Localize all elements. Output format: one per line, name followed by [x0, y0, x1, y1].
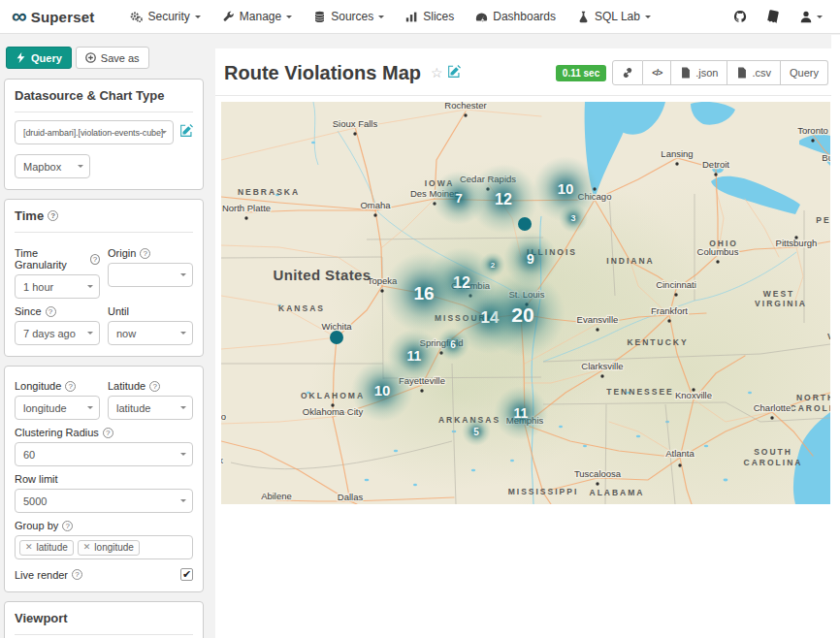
state-label: NORTH	[796, 393, 830, 402]
city-label: Oklahoma City	[303, 406, 364, 417]
query-button[interactable]: Query	[6, 47, 72, 69]
city-dot	[331, 403, 334, 406]
map-cluster[interactable]: 16	[383, 252, 465, 334]
city-dot	[464, 113, 467, 116]
chevron-down-icon	[378, 16, 384, 21]
link-icon	[622, 67, 633, 79]
share-link-button[interactable]	[612, 60, 643, 85]
origin-select[interactable]	[108, 263, 193, 287]
svg-text:11: 11	[514, 405, 529, 421]
state-label: INDIANA	[606, 256, 654, 266]
group-by-label: Group by	[15, 520, 193, 531]
city-dot	[770, 416, 773, 419]
map-cluster[interactable]: 3	[559, 204, 588, 233]
city-dot	[596, 328, 598, 331]
longitude-select[interactable]: longitude	[15, 396, 100, 420]
city-label: Dallas	[338, 492, 364, 502]
docs-icon[interactable]	[766, 10, 780, 23]
remove-tag-icon[interactable]: ✕	[83, 542, 91, 552]
query-timing-badge: 0.11 sec	[556, 65, 606, 81]
help-icon[interactable]	[103, 428, 113, 438]
city-dot	[596, 482, 598, 485]
edit-datasource-icon[interactable]	[179, 124, 193, 141]
geo-panel: Longitude longitude Latitude latitude Cl…	[4, 366, 204, 592]
state-label: MISSISSIPPI	[508, 487, 579, 496]
city-label: North Platte	[222, 203, 271, 213]
svg-text:9: 9	[527, 251, 534, 267]
save-as-button[interactable]: Save as	[76, 47, 149, 69]
help-icon[interactable]	[140, 248, 150, 259]
edit-chart-properties-icon[interactable]	[447, 65, 461, 81]
wrench-icon	[222, 11, 235, 23]
svg-text:3: 3	[570, 213, 575, 223]
city-dot	[244, 216, 247, 219]
city-dot	[373, 213, 376, 216]
map-cluster[interactable]: 20	[480, 271, 565, 357]
bolt-icon	[16, 52, 26, 63]
embed-code-button[interactable]: </>	[643, 60, 671, 85]
live-render-checkbox[interactable]	[180, 568, 193, 581]
nav-sql-lab[interactable]: SQL Lab	[566, 0, 662, 34]
export-button-group: </> .json .csv Query	[612, 60, 828, 85]
city-dot	[667, 319, 670, 322]
map-cluster[interactable]: 11	[494, 386, 548, 440]
mapbox-map[interactable]: NEBRASKAIOWAKANSASMISSOURIILLINOISINDIAN…	[221, 102, 830, 504]
city-label: Lansing	[661, 148, 693, 159]
state-label: CAROLINA	[744, 458, 803, 467]
map-cluster[interactable]: 5	[462, 417, 491, 446]
user-menu[interactable]	[799, 10, 823, 23]
since-select[interactable]: 7 days ago	[15, 321, 100, 345]
file-icon	[736, 67, 748, 79]
map-point[interactable]	[330, 331, 343, 344]
nav-dashboards[interactable]: Dashboards	[465, 0, 566, 34]
help-icon[interactable]	[90, 254, 100, 265]
help-icon[interactable]	[65, 381, 76, 392]
help-icon[interactable]	[62, 521, 73, 531]
row-limit-select[interactable]: 5000	[15, 489, 193, 513]
latitude-select[interactable]: latitude	[108, 396, 193, 420]
until-select[interactable]: now	[108, 321, 193, 345]
group-by-tag: ✕latitude	[19, 540, 74, 556]
city-dot	[811, 139, 814, 142]
datasource-panel: Datasource & Chart Type [druid-ambari].[…	[4, 79, 204, 190]
export-csv-button[interactable]: .csv	[727, 60, 781, 85]
remove-tag-icon[interactable]: ✕	[25, 542, 33, 552]
city-dot	[714, 173, 717, 175]
city-label: Abilene	[261, 491, 292, 501]
superset-logo[interactable]: ∞ Superset	[12, 7, 94, 26]
city-dot	[678, 463, 681, 466]
clustering-radius-select[interactable]: 60	[15, 442, 193, 466]
panel-title: Datasource & Chart Type	[15, 88, 193, 112]
granularity-select[interactable]: 1 hour	[15, 274, 100, 299]
map-cluster[interactable]: 10	[351, 360, 413, 422]
chevron-down-icon	[817, 16, 823, 21]
panel-title: Viewport	[15, 611, 193, 635]
help-icon[interactable]	[46, 306, 56, 317]
datasource-select[interactable]: [druid-ambari].[violation-events-cube]	[15, 120, 174, 144]
user-icon	[799, 10, 813, 23]
svg-text:16: 16	[413, 283, 434, 303]
nav-manage[interactable]: Manage	[211, 0, 303, 34]
city-label: Buffalo	[822, 152, 830, 163]
help-icon[interactable]	[48, 210, 58, 221]
view-query-button[interactable]: Query	[781, 60, 828, 85]
help-icon[interactable]	[149, 381, 160, 392]
svg-text:10: 10	[558, 180, 574, 197]
nav-sources[interactable]: Sources	[303, 0, 395, 34]
nav-slices[interactable]: Slices	[395, 0, 465, 34]
favorite-star-icon[interactable]: ☆	[431, 65, 443, 80]
map-cluster[interactable]: 6	[436, 328, 469, 361]
help-icon[interactable]	[72, 569, 82, 580]
city-dot	[675, 162, 678, 165]
group-by-select[interactable]: ✕latitude ✕longitude	[15, 535, 193, 559]
chevron-down-icon	[195, 16, 201, 21]
nav-security[interactable]: Security	[119, 0, 210, 34]
state-label: KENTUCKY	[627, 337, 688, 347]
chart-type-select[interactable]: Mapbox	[15, 154, 90, 178]
plus-circle-icon	[85, 52, 96, 63]
gears-icon	[130, 11, 143, 23]
export-json-button[interactable]: .json	[671, 60, 727, 85]
map-point[interactable]	[518, 217, 532, 231]
city-label: Sioux Falls	[333, 118, 378, 129]
github-icon[interactable]	[733, 10, 747, 23]
